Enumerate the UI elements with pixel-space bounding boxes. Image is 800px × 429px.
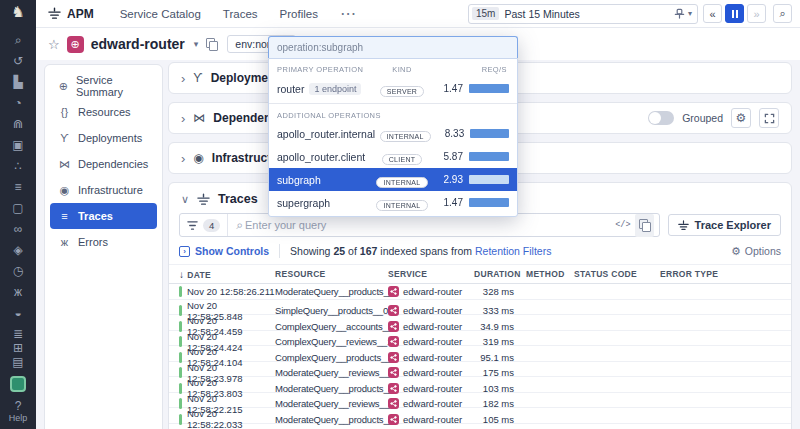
topnav-item[interactable]: Traces	[223, 8, 258, 20]
table-row[interactable]: Nov 20 12:58:24.459 ComplexQuery__accoun…	[169, 315, 791, 331]
copy-query-button[interactable]	[635, 214, 654, 237]
section-icon: ⋈	[193, 111, 205, 125]
column-resource[interactable]: RESOURCE	[275, 269, 388, 279]
span-resource: ComplexQuery__products__0	[275, 352, 388, 363]
history-icon[interactable]: ↺	[8, 54, 28, 68]
options-button[interactable]: ⚙ Options	[731, 245, 781, 258]
rum-icon[interactable]: ▢	[8, 201, 28, 215]
binoculars-icon[interactable]: ⋒	[8, 117, 28, 131]
kind-pill: INTERNAL	[376, 177, 427, 188]
column-error-type[interactable]: ERROR TYPE	[660, 269, 791, 279]
service-switcher-caret-icon[interactable]: ▾	[194, 39, 199, 49]
service-icon	[388, 367, 399, 378]
integrations-icon[interactable]: ▣	[8, 138, 28, 152]
search-icon: ⌕	[236, 218, 243, 232]
watchdog-icon[interactable]: ◔	[8, 96, 28, 110]
operation-search-input[interactable]: operation:subgraph	[268, 36, 518, 58]
sidebar-item[interactable]: ϒ Deployments	[50, 125, 157, 151]
span-resource: SimpleQuery__products__0	[275, 305, 388, 316]
sidebar-item[interactable]: {} Resources	[50, 99, 157, 125]
sidebar-item[interactable]: ⊕ Service Summary	[50, 73, 157, 99]
column-duration[interactable]: DURATION	[474, 269, 526, 279]
service-icon	[388, 398, 399, 409]
settings-gear-button[interactable]: ⚙	[731, 108, 751, 128]
span-resource: ComplexQuery__accounts__2	[275, 321, 388, 332]
primary-operation-row[interactable]: router 1 endpoint SERVER 1.47	[269, 77, 517, 100]
service-map-icon[interactable]: ∴	[8, 159, 28, 173]
copy-icon[interactable]	[206, 38, 217, 50]
layers-icon[interactable]: ▤	[8, 355, 28, 369]
filter-button[interactable]: 4	[180, 214, 228, 236]
sidebar-item[interactable]: ◉ Infrastructure	[50, 177, 157, 203]
sort-desc-icon[interactable]: ↓	[179, 269, 184, 280]
synthetics-icon[interactable]: ◷	[8, 264, 28, 278]
table-row[interactable]: Nov 20 12:58:26.211 ModerateQuery__produ…	[169, 284, 791, 300]
retention-filters-link[interactable]: Retention Filters	[475, 245, 551, 257]
kind-pill: SERVER	[380, 86, 424, 97]
chevron-right-icon[interactable]: ›	[181, 151, 185, 166]
show-controls-button[interactable]: › Show Controls	[179, 245, 269, 257]
security-icon[interactable]: ◈	[8, 243, 28, 257]
dashboards-icon[interactable]: ◒	[8, 306, 28, 320]
operation-row[interactable]: supergraph INTERNAL 1.47	[269, 191, 517, 214]
table-row[interactable]: Nov 20 12:58:22.033 ModerateQuery__produ…	[169, 408, 791, 424]
sidebar-item-icon: {}	[58, 106, 71, 118]
chevron-right-icon[interactable]: ›	[181, 71, 185, 86]
span-duration: 182 ms	[474, 398, 526, 409]
topnav-item[interactable]: Service Catalog	[120, 8, 201, 20]
topnav-item[interactable]: Profiles	[280, 8, 318, 20]
traces-icon	[197, 193, 210, 206]
help-button[interactable]: ? Help	[9, 399, 28, 423]
zoom-out-button[interactable]: ⌕	[773, 4, 792, 23]
metrics-icon[interactable]: ▙	[8, 75, 28, 89]
operation-row[interactable]: apollo_router.internal INTERNAL 8.33	[269, 122, 517, 145]
topnav-more-icon[interactable]: ⋯	[340, 4, 357, 23]
operation-row[interactable]: apollo_router.client CLIENT 5.87	[269, 145, 517, 168]
table-row[interactable]: Nov 20 12:58:23.803 ModerateQuery__produ…	[169, 377, 791, 393]
column-service[interactable]: SERVICE	[388, 269, 474, 279]
errors-icon[interactable]: ж	[8, 285, 28, 299]
sidebar-item[interactable]: ⋈ Dependencies	[50, 151, 157, 177]
operation-row[interactable]: subgraph INTERNAL 2.93	[269, 168, 517, 191]
service-icon	[388, 352, 399, 363]
top-navbar: APM Service CatalogTracesProfiles ⋯ 15m …	[36, 0, 800, 28]
chevron-down-icon[interactable]: ▾	[688, 9, 692, 18]
ci-icon[interactable]: ∞	[8, 222, 28, 236]
table-row[interactable]: Nov 20 12:58:24.104 ComplexQuery__produc…	[169, 346, 791, 362]
table-row[interactable]: Nov 20 12:58:25.848 SimpleQuery__product…	[169, 300, 791, 316]
search-icon[interactable]: ⌕	[8, 33, 28, 47]
code-view-icon[interactable]: </>	[615, 220, 630, 230]
span-service: edward-router	[403, 321, 462, 332]
rewind-button[interactable]: «	[703, 4, 722, 23]
forward-button[interactable]: »	[747, 4, 766, 23]
grouped-toggle[interactable]	[648, 111, 674, 125]
trace-explorer-button[interactable]: Trace Explorer	[668, 214, 781, 236]
table-row[interactable]: Nov 20 12:58:24.424 ComplexQuery__review…	[169, 331, 791, 347]
apm-icon[interactable]: ≡	[8, 180, 28, 194]
sidebar-item-label: Service Summary	[76, 74, 149, 98]
column-status-code[interactable]: STATUS CODE	[574, 269, 660, 279]
logs-icon[interactable]: ≣	[8, 327, 28, 341]
table-row[interactable]: Nov 20 12:58:23.978 ModerateQuery__revie…	[169, 362, 791, 378]
operation-name: apollo_router.internal	[277, 128, 375, 140]
sidebar-item[interactable]: ≡ Traces	[50, 203, 157, 229]
column-method[interactable]: METHOD	[526, 269, 574, 279]
favorite-star-icon[interactable]: ☆	[48, 37, 60, 52]
pin-icon[interactable]	[674, 8, 685, 19]
sidebar-item[interactable]: ж Errors	[50, 229, 157, 255]
pause-button[interactable]	[725, 4, 744, 23]
operation-name: subgraph	[277, 174, 321, 186]
datadog-logo-icon[interactable]: ♞	[0, 0, 36, 23]
sidebar-item-label: Deployments	[78, 132, 142, 144]
span-duration: 103 ms	[474, 383, 526, 394]
chevron-right-icon[interactable]: ›	[181, 111, 185, 126]
toolbox-icon[interactable]: ⊞	[8, 341, 28, 355]
time-range-selector[interactable]: 15m Past 15 Minutes ▾	[468, 4, 698, 24]
query-input[interactable]	[245, 219, 610, 231]
chevron-down-icon[interactable]: ∨	[181, 193, 189, 206]
user-avatar[interactable]	[10, 376, 26, 392]
reqs-value: 1.47	[433, 197, 463, 208]
fullscreen-button[interactable]	[759, 108, 779, 128]
column-date[interactable]: ↓DATE	[179, 269, 275, 280]
table-row[interactable]: Nov 20 12:58:22.215 ModerateQuery__revie…	[169, 393, 791, 409]
